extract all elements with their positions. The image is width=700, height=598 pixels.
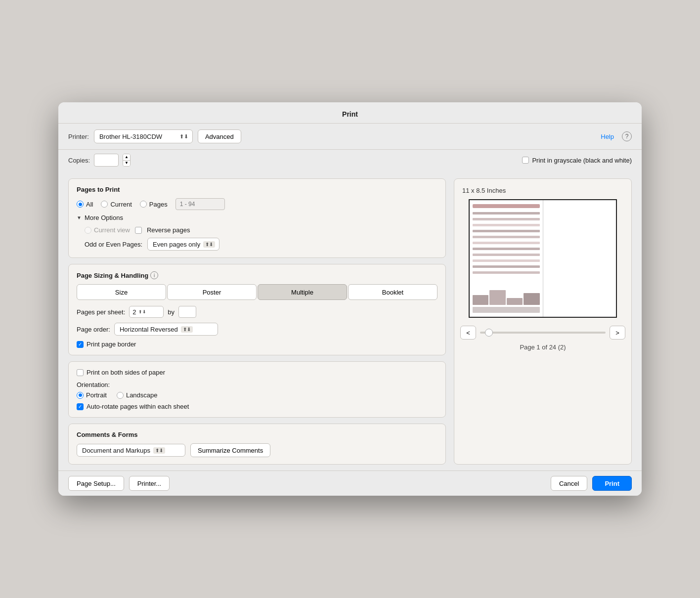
preview-line-10	[473, 265, 540, 268]
landscape-radio-item[interactable]: Landscape	[117, 391, 158, 399]
page-order-dropdown[interactable]: Horizontal Reversed ⬆⬇	[114, 323, 218, 336]
reverse-pages-checkbox[interactable]	[135, 227, 142, 234]
preview-page-right	[543, 200, 616, 317]
print-border-label: Print page border	[87, 341, 136, 348]
preview-bars	[473, 290, 540, 313]
current-radio-item[interactable]: Current	[101, 201, 131, 208]
pages-label: Pages	[149, 201, 168, 208]
pages-section-title: Pages to Print	[77, 186, 438, 193]
bottom-bar: Page Setup... Printer... Cancel Print	[58, 470, 642, 496]
portrait-label: Portrait	[86, 391, 107, 399]
preview-frame	[469, 199, 617, 318]
preview-line-11	[473, 271, 540, 274]
by-value-input[interactable]	[178, 306, 196, 318]
pages-per-sheet-chevron-icon: ⬆⬇	[138, 309, 146, 314]
preview-title-bar	[473, 204, 540, 208]
current-view-radio-item[interactable]: Current view	[85, 226, 130, 234]
pages-radio[interactable]	[140, 201, 147, 208]
preview-bar-group	[473, 290, 540, 305]
printer-button[interactable]: Printer...	[129, 476, 170, 491]
handling-tabs: Size Poster Multiple Booklet	[77, 284, 438, 300]
copies-decrement[interactable]: ▼	[123, 161, 130, 167]
both-sides-label: Print on both sides of paper	[87, 369, 165, 376]
copies-input[interactable]: 1	[94, 154, 119, 167]
landscape-label: Landscape	[126, 391, 158, 399]
pages-to-print-section: Pages to Print All Current Pages	[68, 178, 446, 258]
pages-per-sheet-label: Pages per sheet:	[77, 308, 125, 316]
copies-label: Copies:	[68, 157, 90, 164]
orientation-label: Orientation:	[77, 381, 438, 388]
multiple-tab[interactable]: Multiple	[258, 284, 347, 300]
help-circle-icon[interactable]: ?	[622, 131, 632, 141]
grayscale-row: Print in grayscale (black and white)	[522, 157, 632, 164]
comments-dropdown[interactable]: Document and Markups ⬆⬇	[77, 444, 185, 457]
printer-name: Brother HL-3180CDW	[99, 133, 162, 140]
info-icon[interactable]: i	[150, 271, 158, 279]
preview-bar-3	[507, 298, 523, 305]
pages-range-input[interactable]	[175, 198, 225, 210]
current-view-row: Current view Reverse pages	[85, 226, 438, 234]
main-content: Pages to Print All Current Pages	[58, 172, 642, 470]
size-tab[interactable]: Size	[77, 284, 166, 300]
printer-row: Printer: Brother HL-3180CDW ⬆⬇ Advanced …	[58, 124, 642, 150]
chevron-down-icon: ⬆⬇	[179, 133, 188, 140]
page-slider[interactable]	[480, 332, 606, 334]
page-setup-button[interactable]: Page Setup...	[68, 476, 124, 491]
printer-dropdown[interactable]: Brother HL-3180CDW ⬆⬇	[94, 129, 193, 143]
preview-footer-bar	[473, 307, 540, 313]
current-view-radio[interactable]	[85, 227, 91, 234]
more-options-toggle[interactable]: ▼ More Options	[77, 214, 438, 221]
preview-line-4	[473, 230, 540, 232]
autorotate-checkbox[interactable]	[77, 403, 84, 410]
odd-even-chevron-icon: ⬆⬇	[203, 241, 215, 248]
current-view-label: Current view	[94, 226, 130, 234]
advanced-button[interactable]: Advanced	[198, 129, 241, 143]
comments-chevron-icon: ⬆⬇	[153, 447, 165, 454]
page-order-row: Page order: Horizontal Reversed ⬆⬇	[77, 323, 438, 336]
preview-panel: 11 x 8.5 Inches	[454, 178, 632, 465]
odd-even-label: Odd or Even Pages:	[85, 241, 142, 248]
landscape-radio[interactable]	[117, 392, 124, 399]
pages-radio-item[interactable]: Pages	[140, 201, 168, 208]
print-dialog: Print Printer: Brother HL-3180CDW ⬆⬇ Adv…	[58, 102, 642, 496]
left-panel: Pages to Print All Current Pages	[68, 178, 446, 465]
preview-line-3	[473, 224, 540, 226]
preview-line-2	[473, 218, 540, 220]
poster-tab[interactable]: Poster	[167, 284, 257, 300]
pages-per-sheet-dropdown[interactable]: 2 ⬆⬇	[129, 306, 164, 318]
paper-section: Print on both sides of paper Orientation…	[68, 361, 446, 418]
preview-size-label: 11 x 8.5 Inches	[460, 187, 506, 194]
portrait-radio[interactable]	[77, 392, 84, 399]
next-page-button[interactable]: >	[610, 326, 625, 340]
pages-radio-row: All Current Pages	[77, 198, 438, 210]
page-sizing-section: Page Sizing & Handling i Size Poster Mul…	[68, 264, 446, 355]
preview-line-7	[473, 248, 540, 250]
booklet-tab[interactable]: Booklet	[348, 284, 438, 300]
preview-line-8	[473, 254, 540, 256]
cancel-button[interactable]: Cancel	[551, 476, 587, 491]
more-options-label: More Options	[85, 214, 123, 221]
page-indicator: Page 1 of 24 (2)	[460, 343, 625, 351]
preview-line-1	[473, 212, 540, 214]
grayscale-checkbox[interactable]	[522, 157, 529, 164]
print-button[interactable]: Print	[592, 476, 632, 491]
print-border-checkbox[interactable]	[77, 341, 84, 348]
preview-bar-2	[489, 290, 505, 305]
page-order-chevron-icon: ⬆⬇	[181, 326, 193, 333]
current-radio[interactable]	[101, 201, 108, 208]
both-sides-checkbox[interactable]	[77, 369, 84, 376]
nav-row: < >	[460, 326, 625, 340]
help-link[interactable]: Help	[601, 133, 614, 140]
all-radio[interactable]	[77, 201, 84, 208]
summarize-button[interactable]: Summarize Comments	[190, 443, 270, 457]
prev-page-button[interactable]: <	[460, 326, 476, 340]
autorotate-row: Auto-rotate pages within each sheet	[77, 403, 438, 410]
all-radio-item[interactable]: All	[77, 201, 93, 208]
portrait-radio-item[interactable]: Portrait	[77, 391, 107, 399]
dialog-title: Print	[342, 110, 358, 118]
more-options-content: Current view Reverse pages Odd or Even P…	[77, 226, 438, 251]
reverse-pages-label: Reverse pages	[147, 226, 190, 234]
copies-increment[interactable]: ▲	[123, 154, 130, 161]
odd-even-dropdown[interactable]: Even pages only ⬆⬇	[147, 238, 219, 251]
comments-title: Comments & Forms	[77, 431, 438, 438]
